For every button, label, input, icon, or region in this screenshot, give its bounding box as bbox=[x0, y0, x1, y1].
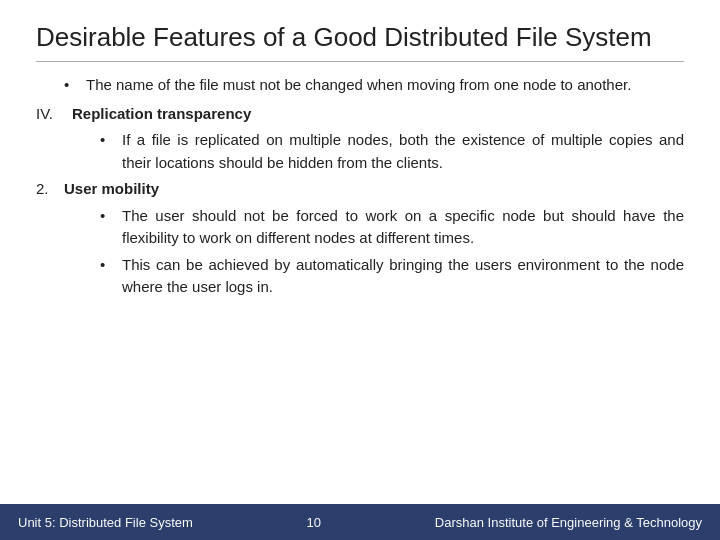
bullet-item: • The name of the file must not be chang… bbox=[36, 74, 684, 97]
roman-section-iv: IV. Replication transparency • If a file… bbox=[36, 103, 684, 175]
title-divider bbox=[36, 61, 684, 62]
bullet-symbol: • bbox=[100, 254, 118, 277]
numbered-numeral: 2. bbox=[36, 178, 64, 201]
slide-container: Desirable Features of a Good Distributed… bbox=[0, 0, 720, 540]
user-mobility-bullet-1: • The user should not be forced to work … bbox=[72, 205, 684, 250]
bullet-continuation-section: • The name of the file must not be chang… bbox=[36, 74, 684, 97]
slide-footer: Unit 5: Distributed File System 10 Darsh… bbox=[0, 504, 720, 540]
section-label-user-mobility: User mobility bbox=[64, 178, 159, 201]
user-mobility-bullet-text-1: The user should not be forced to work on… bbox=[122, 205, 684, 250]
bullet-symbol: • bbox=[100, 205, 118, 228]
replication-bullet-text: If a file is replicated on multiple node… bbox=[122, 129, 684, 174]
bullet-symbol: • bbox=[64, 74, 82, 97]
slide-title: Desirable Features of a Good Distributed… bbox=[36, 22, 684, 53]
numbered-section-2: 2. User mobility • The user should not b… bbox=[36, 178, 684, 299]
footer-left-text: Unit 5: Distributed File System bbox=[18, 515, 193, 530]
user-mobility-bullet-2: • This can be achieved by automatically … bbox=[72, 254, 684, 299]
roman-numeral: IV. bbox=[36, 103, 72, 126]
slide-content: Desirable Features of a Good Distributed… bbox=[0, 0, 720, 504]
bullet-symbol: • bbox=[100, 129, 118, 152]
section-label-replication: Replication transparency bbox=[72, 103, 251, 126]
footer-right-text: Darshan Institute of Engineering & Techn… bbox=[435, 515, 702, 530]
roman-header: IV. Replication transparency bbox=[36, 103, 684, 126]
numbered-header: 2. User mobility bbox=[36, 178, 684, 201]
user-mobility-bullets: • The user should not be forced to work … bbox=[36, 205, 684, 299]
user-mobility-bullet-text-2: This can be achieved by automatically br… bbox=[122, 254, 684, 299]
footer-page-number: 10 bbox=[307, 515, 321, 530]
replication-bullet-item: • If a file is replicated on multiple no… bbox=[72, 129, 684, 174]
replication-bullets: • If a file is replicated on multiple no… bbox=[36, 129, 684, 174]
bullet-text: The name of the file must not be changed… bbox=[86, 74, 684, 97]
